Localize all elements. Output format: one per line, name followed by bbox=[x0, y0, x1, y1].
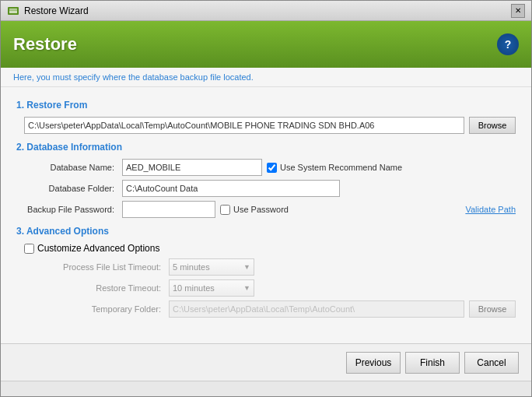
process-timeout-select[interactable]: 5 minutes ▼ bbox=[169, 258, 254, 276]
previous-button[interactable]: Previous bbox=[346, 352, 401, 374]
footer: Previous Finish Cancel bbox=[1, 343, 531, 381]
title-bar: Restore Wizard ✕ bbox=[1, 1, 531, 21]
customize-checkbox[interactable] bbox=[24, 244, 34, 254]
window-title: Restore Wizard bbox=[24, 5, 89, 16]
restore-wizard-window: Restore Wizard ✕ Restore ? Here, you mus… bbox=[0, 0, 532, 397]
restore-timeout-arrow: ▼ bbox=[243, 284, 250, 292]
process-timeout-label: Process File List Timeout: bbox=[40, 262, 164, 272]
window-icon bbox=[7, 5, 19, 17]
backup-password-input[interactable] bbox=[122, 201, 215, 218]
db-name-label: Database Name: bbox=[24, 163, 117, 172]
restore-timeout-select[interactable]: 10 minutes ▼ bbox=[169, 279, 254, 297]
help-button[interactable]: ? bbox=[497, 33, 519, 55]
use-system-name-label[interactable]: Use System Recommend Name bbox=[267, 163, 402, 173]
use-password-label[interactable]: Use Password bbox=[220, 205, 289, 215]
restore-timeout-label: Restore Timeout: bbox=[40, 283, 164, 293]
subtitle: Here, you must specify where the databas… bbox=[1, 68, 531, 87]
use-password-text: Use Password bbox=[233, 205, 289, 214]
restore-browse-button[interactable]: Browse bbox=[469, 117, 516, 134]
database-info-grid: Database Name: Use System Recommend Name… bbox=[24, 159, 516, 218]
db-name-input[interactable] bbox=[122, 159, 262, 176]
section-advanced-title: 3. Advanced Options bbox=[16, 226, 516, 237]
advanced-grid: Process File List Timeout: 5 minutes ▼ R… bbox=[40, 258, 516, 318]
section-database-info-title: 2. Database Information bbox=[16, 142, 516, 153]
close-button[interactable]: ✕ bbox=[511, 4, 525, 18]
temp-folder-label: Temporary Folder: bbox=[40, 304, 164, 314]
customize-label: Customize Advanced Options bbox=[37, 243, 159, 254]
cancel-button[interactable]: Cancel bbox=[464, 352, 519, 374]
advanced-section: Customize Advanced Options Process File … bbox=[24, 243, 516, 318]
db-folder-row bbox=[122, 180, 516, 197]
finish-button[interactable]: Finish bbox=[405, 352, 460, 374]
title-bar-left: Restore Wizard bbox=[7, 5, 89, 17]
db-folder-label: Database Folder: bbox=[24, 184, 117, 193]
use-password-checkbox[interactable] bbox=[220, 205, 230, 215]
header: Restore ? bbox=[1, 21, 531, 68]
password-row: Use Password Validate Path bbox=[122, 201, 516, 218]
use-system-name-text: Use System Recommend Name bbox=[280, 163, 402, 172]
header-title: Restore bbox=[13, 34, 77, 54]
status-bar bbox=[1, 381, 531, 396]
svg-rect-1 bbox=[9, 9, 17, 13]
use-system-name-checkbox[interactable] bbox=[267, 163, 277, 173]
content-area: 1. Restore From Browse 2. Database Infor… bbox=[1, 87, 531, 343]
section-restore-from-title: 1. Restore From bbox=[16, 100, 516, 111]
backup-password-label: Backup File Password: bbox=[24, 205, 117, 214]
process-timeout-row: 5 minutes ▼ bbox=[169, 258, 516, 276]
customize-row: Customize Advanced Options bbox=[24, 243, 516, 254]
process-timeout-value: 5 minutes bbox=[173, 262, 210, 272]
restore-timeout-row: 10 minutes ▼ bbox=[169, 279, 516, 297]
process-timeout-arrow: ▼ bbox=[243, 263, 250, 271]
restore-timeout-value: 10 minutes bbox=[173, 283, 215, 293]
restore-path-input[interactable] bbox=[24, 117, 464, 134]
db-name-row: Use System Recommend Name bbox=[122, 159, 516, 176]
temp-folder-input[interactable] bbox=[169, 300, 464, 318]
temp-folder-row: Browse bbox=[169, 300, 516, 318]
db-folder-input[interactable] bbox=[122, 180, 340, 197]
restore-from-row: Browse bbox=[24, 117, 516, 134]
temp-browse-button[interactable]: Browse bbox=[469, 300, 516, 318]
validate-path-link[interactable]: Validate Path bbox=[465, 205, 516, 214]
